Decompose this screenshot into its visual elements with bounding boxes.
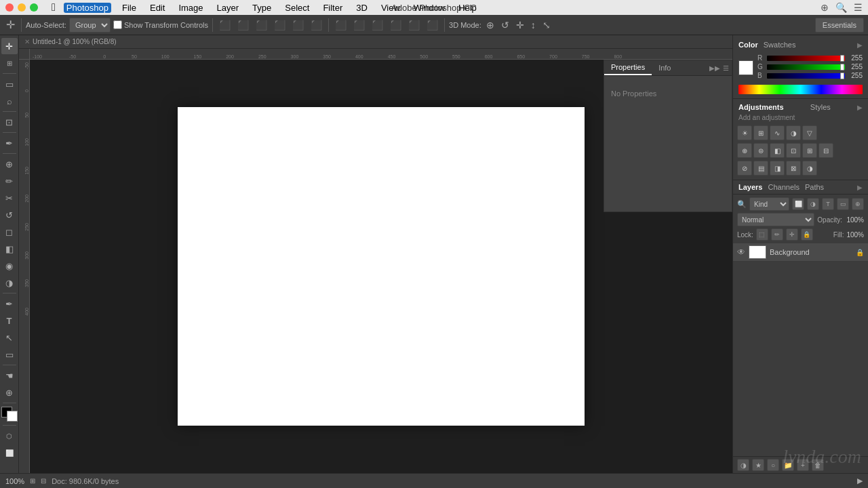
layers-shape-filter[interactable]: ▭ <box>837 198 849 210</box>
3d-orbit-icon[interactable]: ⊕ <box>484 20 496 30</box>
3d-scale-icon[interactable]: ⤡ <box>540 20 553 30</box>
hsl-icon[interactable]: ⊕ <box>737 143 752 158</box>
new-layer-btn[interactable]: + <box>797 459 809 471</box>
color-lookup-icon[interactable]: ⊟ <box>818 143 833 158</box>
align-top-icon[interactable]: ⬛ <box>272 20 288 30</box>
window-controls[interactable] <box>5 3 38 12</box>
menu-image[interactable]: Image <box>176 3 205 13</box>
tab-channels[interactable]: Channels <box>768 183 799 191</box>
eyedropper-tool[interactable]: ✒ <box>1 135 18 151</box>
status-play-btn[interactable]: ▶ <box>857 476 863 485</box>
photo-filter-icon[interactable]: ⊡ <box>786 143 801 158</box>
layers-adjust-filter[interactable]: ◑ <box>807 198 819 210</box>
move-tool[interactable]: ✛ <box>1 38 18 54</box>
fg-bg-color[interactable] <box>1 407 18 422</box>
bw-icon[interactable]: ◧ <box>770 143 785 158</box>
menu-filter[interactable]: Filter <box>320 3 345 13</box>
essentials-button[interactable]: Essentials <box>815 18 864 33</box>
gradient-tool[interactable]: ◧ <box>1 241 18 257</box>
add-style-btn[interactable]: ★ <box>752 459 764 471</box>
menu-photoshop[interactable]: Photoshop <box>64 3 111 13</box>
color-spectrum[interactable] <box>738 85 863 94</box>
distribute-right-icon[interactable]: ⬛ <box>370 20 385 30</box>
distribute-center-h-icon[interactable]: ⬛ <box>351 20 367 30</box>
add-mask-btn[interactable]: ○ <box>767 459 779 471</box>
hand-tool[interactable]: ☚ <box>1 367 18 384</box>
zoom-tool[interactable]: ⊕ <box>1 384 18 401</box>
menu-type[interactable]: Type <box>250 3 274 13</box>
shape-tool[interactable]: ▭ <box>1 346 18 363</box>
tab-swatches[interactable]: Swatches <box>764 39 796 50</box>
invert-icon[interactable]: ⊘ <box>737 161 752 176</box>
screen-mode-tool[interactable]: ⬜ <box>1 445 18 461</box>
lock-all-btn[interactable]: 🔒 <box>801 228 813 241</box>
props-expand-icon[interactable]: ▶▶ <box>709 64 720 72</box>
tab-styles[interactable]: Styles <box>810 103 831 111</box>
threshold-icon[interactable]: ◨ <box>770 161 785 176</box>
move-tool-icon[interactable]: ✛ <box>4 18 17 31</box>
canvas-viewport[interactable]: Properties Info ▶▶ ☰ No Properties <box>30 60 732 473</box>
show-transform-label[interactable]: Show Transform Controls <box>113 20 208 29</box>
menu-layer[interactable]: Layer <box>214 3 242 13</box>
layers-pixel-filter[interactable]: ⬜ <box>792 198 804 210</box>
distribute-center-v-icon[interactable]: ⬛ <box>406 20 422 30</box>
zoom-options-icon[interactable]: ⊞ <box>30 477 35 485</box>
vibrance-icon[interactable]: ▽ <box>802 125 817 140</box>
heal-tool[interactable]: ⊕ <box>1 156 18 172</box>
minimize-button[interactable] <box>18 3 26 12</box>
tab-info[interactable]: Info <box>652 61 677 75</box>
text-tool[interactable]: T <box>1 312 18 329</box>
dodge-tool[interactable]: ◑ <box>1 274 18 291</box>
levels-icon[interactable]: ⊞ <box>753 125 768 140</box>
3d-pan-icon[interactable]: ✛ <box>514 20 526 30</box>
align-bottom-icon[interactable]: ⬛ <box>309 20 324 30</box>
layer-background[interactable]: 👁 Background 🔒 <box>733 243 868 262</box>
lock-position-btn[interactable]: ✛ <box>786 228 798 241</box>
show-transform-checkbox[interactable] <box>113 20 122 29</box>
lasso-tool[interactable]: ⌕ <box>1 93 18 109</box>
3d-roll-icon[interactable]: ↺ <box>499 20 511 30</box>
menu-icon[interactable]: ☰ <box>854 2 863 13</box>
add-fill-adjustment-btn[interactable]: ◑ <box>737 459 749 471</box>
blur-tool[interactable]: ◉ <box>1 258 18 274</box>
distribute-bottom-icon[interactable]: ⬛ <box>425 20 440 30</box>
brightness-contrast-icon[interactable]: ☀ <box>737 125 752 140</box>
apple-menu[interactable]:  <box>52 1 56 14</box>
tab-paths[interactable]: Paths <box>805 183 824 191</box>
quick-mask-tool[interactable]: ⬡ <box>1 428 18 444</box>
align-center-icon[interactable]: ⬛ <box>235 20 251 30</box>
posterize-icon[interactable]: ▤ <box>753 161 768 176</box>
align-left-icon[interactable]: ⬛ <box>217 20 233 30</box>
crop-tool[interactable]: ⊡ <box>1 114 18 130</box>
color-preview-box[interactable] <box>738 60 753 75</box>
new-group-btn[interactable]: 📁 <box>782 459 794 471</box>
selective-color-icon[interactable]: ⊠ <box>786 161 801 176</box>
tab-layers[interactable]: Layers <box>738 183 762 191</box>
channel-mixer-icon[interactable]: ⊞ <box>802 143 817 158</box>
background-color[interactable] <box>7 411 18 422</box>
eraser-tool[interactable]: ◻ <box>1 224 18 240</box>
brush-tool[interactable]: ✏ <box>1 173 18 189</box>
menu-3d[interactable]: 3D <box>353 3 370 13</box>
layers-text-filter[interactable]: T <box>822 198 834 210</box>
blue-slider[interactable] <box>767 73 845 79</box>
pen-tool[interactable]: ✒ <box>1 296 18 312</box>
exposure-icon[interactable]: ◑ <box>786 125 801 140</box>
green-slider[interactable] <box>767 64 845 70</box>
blend-mode-dropdown[interactable]: Normal <box>737 213 814 226</box>
tab-properties[interactable]: Properties <box>604 60 652 75</box>
align-middle-icon[interactable]: ⬛ <box>290 20 306 30</box>
clone-tool[interactable]: ✂ <box>1 190 18 206</box>
menu-file[interactable]: File <box>119 3 139 13</box>
close-button[interactable] <box>5 3 14 12</box>
delete-layer-btn[interactable]: 🗑 <box>812 459 824 471</box>
menu-edit[interactable]: Edit <box>147 3 167 13</box>
layers-smart-filter[interactable]: ⊕ <box>852 198 864 210</box>
layers-kind-dropdown[interactable]: Kind <box>749 197 789 211</box>
curves-icon[interactable]: ∿ <box>770 125 785 140</box>
gradient-map-icon[interactable]: ◑ <box>802 161 817 176</box>
tab-color[interactable]: Color <box>738 39 758 50</box>
props-menu-icon[interactable]: ☰ <box>723 64 729 72</box>
color-balance-icon[interactable]: ⊜ <box>753 143 768 158</box>
maximize-button[interactable] <box>30 3 38 12</box>
